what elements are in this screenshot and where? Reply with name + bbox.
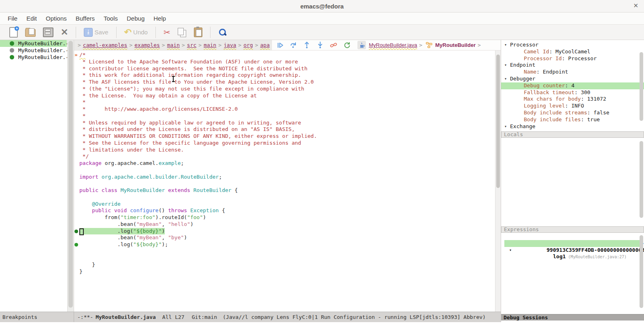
breakpoint-item[interactable]: MyRouteBuilder.→ [0,47,67,54]
locals-scrollbar-thumb[interactable] [640,141,643,218]
code-line[interactable]: * The ASF licenses this file to You unde… [74,79,501,86]
cut-button[interactable]: ✂ [164,27,170,37]
sidebar-scrollbar[interactable] [67,40,74,323]
tree-property-row[interactable]: Body include files: true [501,116,644,123]
save-buffer-button[interactable] [43,27,53,37]
save-button[interactable]: ⭳ Save [84,28,108,37]
tree-property-row[interactable]: Body include streams: false [501,110,644,116]
expressions-root-row[interactable]: ▾Run Configuration [501,233,644,240]
breadcrumb-segment[interactable]: java [223,42,236,48]
breadcrumb-segment[interactable]: main [204,42,216,48]
code-line[interactable]: * Unless required by applicable law or a… [74,120,501,127]
breakpoint-fringe-icon[interactable] [74,230,78,233]
code-line[interactable]: @Override [74,201,501,208]
code-line[interactable]: .log("${body}"); [74,241,501,248]
search-button[interactable] [218,28,227,37]
modeline-buffer-name[interactable]: MyRouteBuilder.java [96,314,156,320]
code-line[interactable]: import org.apache.camel.builder.RouteBui… [74,174,501,181]
restart-icon[interactable] [343,42,351,49]
debug-session-row[interactable]: ▾990913C359FF4DB-000000000000003DBr → [504,240,642,247]
new-file-button[interactable]: + [9,27,18,38]
code-line[interactable]: * Licensed to the Apache Software Founda… [74,59,501,65]
expressions-scrollbar-thumb[interactable] [640,235,643,308]
menu-item-help[interactable]: Help [149,15,170,22]
close-icon[interactable]: ✕ [633,2,638,9]
breakpoint-item[interactable]: MyRouteBuilder.→ [0,40,67,47]
header-symbol-name[interactable]: MyRouteBuilder [435,42,476,48]
continue-icon[interactable] [276,42,284,49]
close-buffer-button[interactable]: ✕ [61,28,68,37]
code-line[interactable]: } [74,268,501,275]
code-line[interactable]: * limitations under the License. [74,147,501,154]
code-line[interactable]: * http://www.apache.org/licenses/LICENSE… [74,106,501,113]
code-line[interactable] [74,248,501,255]
copy-button[interactable] [178,28,187,37]
code-line[interactable]: * [74,113,501,120]
code-line[interactable]: .log("${body}") [74,228,501,235]
breakpoint-item[interactable]: MyRouteBuilder.→ [0,54,67,61]
breadcrumb-segment[interactable]: org [243,42,253,48]
code-line[interactable]: .bean("myBean", "hello") [74,221,501,228]
step-out-icon[interactable] [303,42,311,49]
menu-item-buffers[interactable]: Buffers [71,15,99,22]
code-line[interactable] [74,255,501,262]
tree-property-row[interactable]: Name: Endpoint [501,69,644,76]
tree-section-row[interactable]: ▾Endpoint [501,62,644,69]
code-line[interactable]: public void configure() throws Exception… [74,207,501,214]
menu-item-options[interactable]: Options [41,15,71,22]
tree-section-row[interactable]: ▾Exchange [501,123,644,130]
menu-item-debug[interactable]: Debug [122,15,149,22]
tree-property-row[interactable]: Debug counter: 4 [501,82,644,89]
tree-section-row[interactable]: ▾Processor [501,42,644,49]
open-file-button[interactable] [25,27,36,37]
code-editor[interactable]: »/* * Licensed to the Apache Software Fo… [74,51,501,323]
code-line[interactable]: »/* [74,52,501,59]
tree-section-row[interactable]: ▾Debugger [501,76,644,82]
code-line[interactable]: * WITHOUT WARRANTIES OR CONDITIONS OF AN… [74,133,501,140]
menu-item-edit[interactable]: Edit [22,15,41,22]
paste-button[interactable] [194,27,202,37]
code-line[interactable] [74,167,501,174]
tree-property-row[interactable]: Camel Id: MyCoolCamel [501,49,644,55]
code-line[interactable]: * distributed under the License is distr… [74,126,501,133]
watch-expression-row[interactable]: log1(MyRouteBuilder.java:27) [501,247,644,254]
code-line[interactable]: package org.apache.camel.example; [74,160,501,167]
code-line[interactable]: .bean("myBean", "bye") [74,234,501,241]
code-line[interactable]: public class MyRouteBuilder extends Rout… [74,187,501,194]
code-line[interactable]: * [74,99,501,106]
code-line[interactable]: * contributor license agreements. See th… [74,65,501,72]
breadcrumb-segment[interactable]: camel-examples [83,42,128,48]
tree-property-row[interactable]: Processor Id: Processor [501,55,644,62]
menu-item-tools[interactable]: Tools [99,15,122,22]
tree-scrollbar-thumb[interactable] [640,52,643,121]
tree-property-row[interactable]: Max chars for body: 131072 [501,96,644,103]
step-over-icon[interactable] [289,42,298,49]
sidebar-scrollbar-thumb[interactable] [68,41,73,308]
menu-item-file[interactable]: File [3,15,22,22]
editor-scrollbar-thumb[interactable] [496,55,500,188]
breadcrumb-segment[interactable]: src [187,42,196,48]
editor-scrollbar[interactable] [495,51,501,323]
code-line[interactable]: * See the License for the specific langu… [74,140,501,147]
breadcrumb-segment[interactable]: apa [260,42,270,48]
code-line[interactable]: } [74,262,501,268]
code-line[interactable]: * (the "License"); you may not use this … [74,86,501,93]
echo-area[interactable] [0,322,644,329]
breadcrumb-segment[interactable]: main [167,42,180,48]
tree-property-row[interactable]: Logging level: INFO [501,103,644,110]
code-line[interactable]: */ [74,153,501,160]
tree-property-row[interactable]: Fallback timeout: 300 [501,89,644,96]
step-in-icon[interactable] [316,42,324,49]
modeline-git-branch[interactable]: Git:main [192,314,217,320]
header-file-name[interactable]: MyRouteBuilder.java [369,42,417,48]
code-line[interactable] [74,180,501,187]
code-line[interactable]: * this work for additional information r… [74,72,501,79]
code-line[interactable]: from("timer:foo").routeId("foo") [74,214,501,221]
code-line[interactable] [74,194,501,201]
property-value: : Processor [562,55,597,61]
undo-button[interactable]: ↶ Undo [124,28,148,36]
code-line[interactable]: * the License. You may obtain a copy of … [74,93,501,99]
breakpoint-fringe-icon[interactable] [74,243,78,247]
breadcrumb-segment[interactable]: examples [134,42,160,48]
disconnect-icon[interactable] [329,42,338,49]
